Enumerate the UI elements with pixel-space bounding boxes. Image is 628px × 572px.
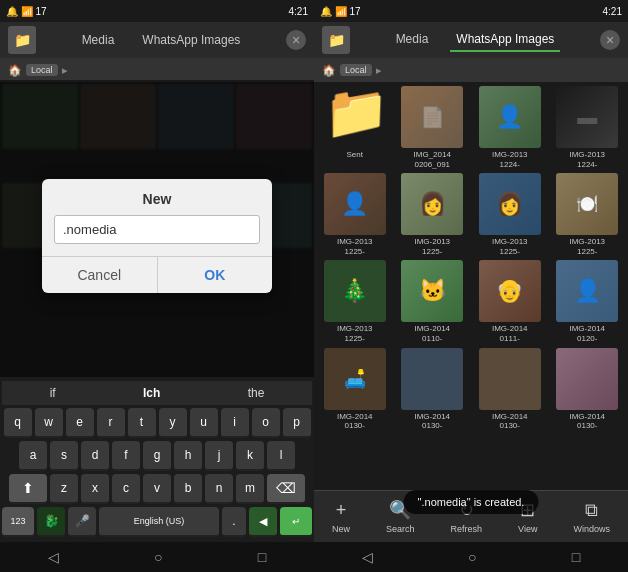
key-numbers[interactable]: 123 <box>2 507 34 537</box>
dialog-input[interactable] <box>54 215 260 244</box>
key-a[interactable]: a <box>19 441 47 471</box>
new-dialog: New Cancel OK <box>42 179 272 293</box>
file-item-sent[interactable]: 📁 Sent <box>318 86 392 169</box>
file-name-4: IMG-20131225- <box>337 237 373 256</box>
left-nav-back[interactable]: ◁ <box>48 549 59 565</box>
file-thumb-11: 👤 <box>556 260 618 322</box>
left-local-badge: Local <box>26 64 58 76</box>
left-header-tabs: Media WhatsApp Images <box>36 29 286 51</box>
file-item-14[interactable]: IMG-20140130- <box>473 348 547 431</box>
key-m[interactable]: m <box>236 474 264 504</box>
file-item-9[interactable]: 🐱 IMG-20140110- <box>396 260 470 343</box>
dialog-cancel-button[interactable]: Cancel <box>42 257 158 293</box>
action-view-label: View <box>518 524 537 534</box>
left-nav-home[interactable]: ○ <box>154 549 162 565</box>
file-thumb-6: 👩 <box>479 173 541 235</box>
key-u[interactable]: u <box>190 408 218 438</box>
suggest-the[interactable]: the <box>240 384 273 402</box>
left-tab-media[interactable]: Media <box>76 29 121 51</box>
dialog-ok-button[interactable]: OK <box>158 257 273 293</box>
file-item-7[interactable]: 🍽️ IMG-20131225- <box>551 173 625 256</box>
action-windows-label: Windows <box>573 524 610 534</box>
key-c[interactable]: c <box>112 474 140 504</box>
key-r[interactable]: r <box>97 408 125 438</box>
file-item-3[interactable]: ▬ IMG-20131224- <box>551 86 625 169</box>
key-k[interactable]: k <box>236 441 264 471</box>
file-name-7: IMG-20131225- <box>569 237 605 256</box>
key-row-3: ⬆ z x c v b n m ⌫ <box>2 474 312 504</box>
plus-icon: + <box>336 500 347 521</box>
key-x[interactable]: x <box>81 474 109 504</box>
file-thumb-5: 👩 <box>401 173 463 235</box>
file-name-11: IMG-20140120- <box>569 324 605 343</box>
key-n[interactable]: n <box>205 474 233 504</box>
key-h[interactable]: h <box>174 441 202 471</box>
keyboard: if Ich the q w e r t y u i o p a s d f g… <box>0 377 314 542</box>
key-backspace[interactable]: ⌫ <box>267 474 305 504</box>
file-name-13: IMG-20140130- <box>414 412 450 431</box>
file-thumb-3: ▬ <box>556 86 618 148</box>
key-f[interactable]: f <box>112 441 140 471</box>
file-grid[interactable]: 📁 Sent 📄 IMG_20140206_091 👤 IMG-20131224… <box>314 82 628 490</box>
key-period[interactable]: . <box>222 507 246 537</box>
key-row-2: a s d f g h j k l <box>2 441 312 471</box>
key-space[interactable]: English (US) <box>99 507 219 537</box>
key-d[interactable]: d <box>81 441 109 471</box>
key-o[interactable]: o <box>252 408 280 438</box>
action-new-button[interactable]: + New <box>332 500 350 534</box>
action-windows-button[interactable]: ⧉ Windows <box>573 500 610 534</box>
key-v[interactable]: v <box>143 474 171 504</box>
key-shift[interactable]: ⬆ <box>9 474 47 504</box>
key-y[interactable]: y <box>159 408 187 438</box>
right-app-header: 📁 Media WhatsApp Images × <box>314 22 628 58</box>
dialog-title: New <box>42 179 272 215</box>
file-thumb-sent: 📁 <box>324 86 386 148</box>
file-thumb-7: 🍽️ <box>556 173 618 235</box>
file-item-12[interactable]: 🛋️ IMG-20140130- <box>318 348 392 431</box>
suggest-ich[interactable]: Ich <box>135 384 168 402</box>
right-nav-recents[interactable]: □ <box>572 549 580 565</box>
file-item-5[interactable]: 👩 IMG-20131225- <box>396 173 470 256</box>
key-arrow-left[interactable]: ◀ <box>249 507 277 537</box>
file-item-11[interactable]: 👤 IMG-20140120- <box>551 260 625 343</box>
file-name-5: IMG-20131225- <box>414 237 450 256</box>
key-b[interactable]: b <box>174 474 202 504</box>
left-close-button[interactable]: × <box>286 30 306 50</box>
key-row-4: 123 🐉 🎤 English (US) . ◀ ↵ <box>2 507 312 537</box>
file-item-6[interactable]: 👩 IMG-20131225- <box>473 173 547 256</box>
file-item-8[interactable]: 🎄 IMG-20131225- <box>318 260 392 343</box>
key-enter[interactable]: ↵ <box>280 507 312 537</box>
right-tab-whatsapp[interactable]: WhatsApp Images <box>450 28 560 52</box>
action-new-label: New <box>332 524 350 534</box>
file-item-13[interactable]: IMG-20140130- <box>396 348 470 431</box>
left-panel: 🔔 📶 17 4:21 📁 Media WhatsApp Images × 🏠 … <box>0 0 314 572</box>
file-item-10[interactable]: 👴 IMG-20140111- <box>473 260 547 343</box>
right-close-button[interactable]: × <box>600 30 620 50</box>
key-e[interactable]: e <box>66 408 94 438</box>
key-j[interactable]: j <box>205 441 233 471</box>
right-status-bar: 🔔 📶 17 4:21 <box>314 0 628 22</box>
file-item-15[interactable]: IMG-20140130- <box>551 348 625 431</box>
right-status-time: 4:21 <box>603 6 622 17</box>
key-t[interactable]: t <box>128 408 156 438</box>
key-q[interactable]: q <box>4 408 32 438</box>
key-w[interactable]: w <box>35 408 63 438</box>
right-nav-home[interactable]: ○ <box>468 549 476 565</box>
file-thumb-14 <box>479 348 541 410</box>
left-tab-whatsapp[interactable]: WhatsApp Images <box>136 29 246 51</box>
file-item-2[interactable]: 👤 IMG-20131224- <box>473 86 547 169</box>
key-mic[interactable]: 🎤 <box>68 507 96 537</box>
file-item-1[interactable]: 📄 IMG_20140206_091 <box>396 86 470 169</box>
suggest-if[interactable]: if <box>42 384 64 402</box>
file-item-4[interactable]: 👤 IMG-20131225- <box>318 173 392 256</box>
key-l[interactable]: l <box>267 441 295 471</box>
key-g[interactable]: g <box>143 441 171 471</box>
key-p[interactable]: p <box>283 408 311 438</box>
key-z[interactable]: z <box>50 474 78 504</box>
key-s[interactable]: s <box>50 441 78 471</box>
left-nav-recents[interactable]: □ <box>258 549 266 565</box>
left-status-bar: 🔔 📶 17 4:21 <box>0 0 314 22</box>
right-nav-back[interactable]: ◁ <box>362 549 373 565</box>
key-i[interactable]: i <box>221 408 249 438</box>
right-tab-media[interactable]: Media <box>390 28 435 52</box>
